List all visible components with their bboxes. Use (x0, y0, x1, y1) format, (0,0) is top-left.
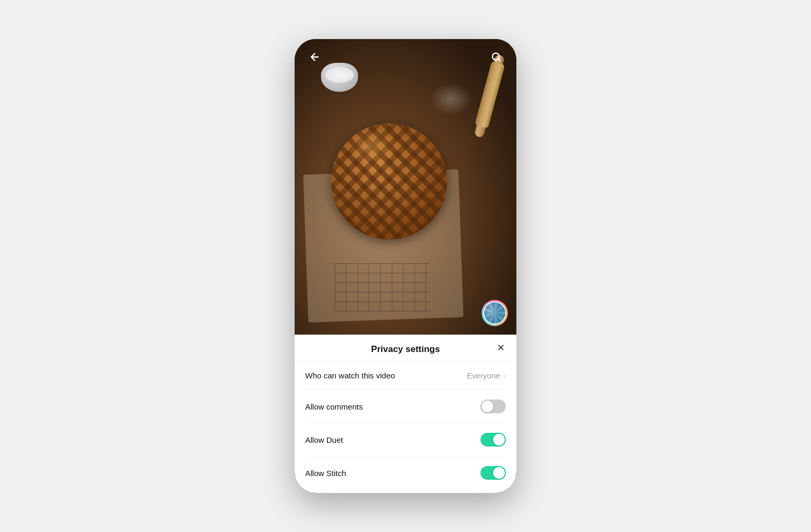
allow-stitch-row[interactable]: Allow Stitch (305, 457, 506, 489)
top-bar (295, 39, 516, 75)
pie-image (331, 124, 458, 250)
allow-duet-toggle[interactable] (480, 433, 506, 446)
sheet-title: Privacy settings (371, 344, 440, 355)
video-background (295, 39, 516, 335)
who-can-watch-value: Everyone (467, 371, 500, 380)
rack-line (403, 263, 403, 311)
rack-line (335, 292, 430, 292)
search-icon (491, 51, 502, 63)
rack-line (369, 263, 369, 311)
allow-duet-label: Allow Duet (305, 435, 343, 444)
allow-duet-row[interactable]: Allow Duet (305, 423, 506, 457)
video-section (295, 39, 516, 335)
rack-line (426, 263, 426, 311)
allow-comments-label: Allow comments (305, 402, 363, 411)
avatar-badge[interactable] (482, 300, 508, 326)
cooling-rack (335, 263, 430, 311)
avatar (483, 301, 506, 325)
rack-line (414, 263, 415, 311)
toggle-knob (493, 467, 505, 479)
rack-line (335, 263, 430, 264)
allow-stitch-toggle[interactable] (480, 466, 506, 480)
who-can-watch-row[interactable]: Who can watch this video Everyone › (305, 362, 506, 390)
search-button[interactable] (487, 48, 506, 66)
sheet-content: Who can watch this video Everyone › Allo… (295, 362, 516, 493)
back-button[interactable] (305, 48, 324, 66)
rack-line (380, 263, 381, 311)
who-can-watch-value-row: Everyone › (467, 371, 506, 380)
back-icon (309, 51, 320, 63)
phone-frame: Privacy settings ✕ Who can watch this vi… (295, 39, 516, 493)
rack-line (335, 311, 430, 311)
allow-comments-row[interactable]: Allow comments (305, 390, 506, 423)
rack-line (346, 263, 346, 311)
rack-line (392, 263, 392, 311)
sheet-header: Privacy settings ✕ (295, 335, 516, 362)
who-can-watch-label: Who can watch this video (305, 371, 395, 380)
close-button[interactable]: ✕ (493, 340, 508, 355)
rack-line (335, 273, 430, 273)
allow-stitch-label: Allow Stitch (305, 469, 346, 478)
pie-circle (331, 124, 447, 240)
toggle-knob (482, 401, 493, 412)
privacy-settings-sheet: Privacy settings ✕ Who can watch this vi… (295, 335, 516, 493)
rack-line (335, 301, 430, 302)
avatar-pattern (484, 302, 505, 324)
toggle-knob (493, 434, 505, 445)
rack-line (335, 282, 430, 283)
flour-dust (430, 83, 472, 115)
chevron-right-icon: › (503, 372, 506, 380)
allow-comments-toggle[interactable] (480, 400, 506, 413)
rack-line (357, 263, 358, 311)
pie-highlight (348, 129, 395, 164)
rack-line (335, 263, 335, 311)
